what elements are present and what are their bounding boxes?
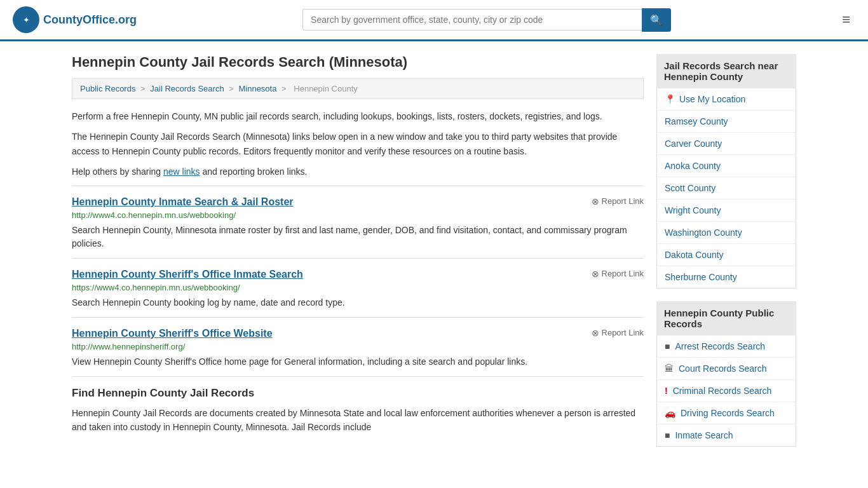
report-link-2[interactable]: ⊗ Report Link: [592, 269, 644, 279]
criminal-icon: !: [665, 386, 668, 396]
search-button[interactable]: 🔍: [642, 8, 671, 32]
public-records-section: Hennepin County Public Records ■ Arrest …: [656, 301, 796, 447]
result-url-2[interactable]: https://www4.co.hennepin.mn.us/webbookin…: [72, 283, 644, 292]
result-item-3: Hennepin County Sheriff's Office Website…: [72, 317, 644, 376]
use-location-row: 📍 Use My Location: [665, 94, 788, 104]
court-icon: 🏛: [665, 363, 674, 374]
intro-text-3: Help others by sharing new links and rep…: [72, 165, 644, 179]
public-records-list: ■ Arrest Records Search 🏛 Court Records …: [656, 336, 796, 447]
report-link-label-2: Report Link: [602, 269, 644, 278]
intro-text-1: Perform a free Hennepin County, MN publi…: [72, 109, 644, 123]
public-record-3[interactable]: ! Criminal Records Search: [657, 380, 796, 402]
search-input[interactable]: [302, 9, 642, 30]
use-location-item[interactable]: 📍 Use My Location: [657, 88, 796, 111]
criminal-records-link[interactable]: Criminal Records Search: [673, 386, 772, 396]
logo-text: CountyOffice.org: [43, 13, 137, 27]
nearby-county-6[interactable]: Washington County: [657, 222, 796, 244]
logo-area: ✦ CountyOffice.org: [13, 6, 137, 33]
nearby-county-4[interactable]: Scott County: [657, 177, 796, 200]
location-icon: 📍: [665, 94, 675, 104]
page-title: Hennepin County Jail Records Search (Min…: [72, 54, 644, 71]
svg-text:✦: ✦: [23, 15, 30, 25]
breadcrumb-sep3: >: [281, 84, 288, 93]
intro-text-2: The Hennepin County Jail Records Search …: [72, 130, 644, 158]
result-item-1: Hennepin County Inmate Search & Jail Ros…: [72, 186, 644, 258]
nearby-county-link-7[interactable]: Dakota County: [665, 250, 724, 260]
public-record-2[interactable]: 🏛 Court Records Search: [657, 358, 796, 380]
report-link-1[interactable]: ⊗ Report Link: [592, 196, 644, 207]
result-title-3[interactable]: Hennepin County Sheriff's Office Website: [72, 328, 273, 339]
nearby-header: Jail Records Search near Hennepin County: [656, 54, 796, 88]
breadcrumb-public-records[interactable]: Public Records: [80, 84, 135, 93]
breadcrumb-sep1: >: [140, 84, 147, 93]
logo-icon: ✦: [13, 6, 39, 33]
result-header-2: Hennepin County Sheriff's Office Inmate …: [72, 269, 644, 280]
public-record-1[interactable]: ■ Arrest Records Search: [657, 336, 796, 358]
inmate-icon: ■: [665, 430, 670, 440]
main-content: Hennepin County Jail Records Search (Min…: [59, 41, 809, 472]
result-desc-1: Search Hennepin County, Minnesota inmate…: [72, 224, 644, 250]
find-text: Hennepin County Jail Records are documen…: [72, 406, 644, 435]
nearby-county-8[interactable]: Sherburne County: [657, 266, 796, 288]
nearby-county-2[interactable]: Carver County: [657, 133, 796, 155]
nearby-county-7[interactable]: Dakota County: [657, 244, 796, 266]
result-url-1[interactable]: http://www4.co.hennepin.mn.us/webbooking…: [72, 210, 644, 220]
new-links[interactable]: new links: [163, 166, 200, 177]
nearby-county-link-2[interactable]: Carver County: [665, 139, 722, 149]
nearby-county-link-4[interactable]: Scott County: [665, 183, 715, 193]
breadcrumb-minnesota[interactable]: Minnesota: [238, 84, 276, 93]
result-url-3[interactable]: http://www.hennepinsheriff.org/: [72, 342, 644, 351]
search-area: 🔍: [302, 8, 671, 32]
right-sidebar: Jail Records Search near Hennepin County…: [656, 54, 796, 459]
nearby-county-5[interactable]: Wright County: [657, 200, 796, 222]
result-title-1[interactable]: Hennepin County Inmate Search & Jail Ros…: [72, 196, 294, 208]
court-records-link[interactable]: Court Records Search: [679, 363, 767, 374]
breadcrumb-hennepin: Hennepin County: [294, 84, 357, 93]
find-section: Find Hennepin County Jail Records Hennep…: [72, 376, 644, 442]
nearby-county-link-8[interactable]: Sherburne County: [665, 272, 737, 282]
breadcrumb-jail-records[interactable]: Jail Records Search: [150, 84, 224, 93]
nearby-section: Jail Records Search near Hennepin County…: [656, 54, 796, 288]
nearby-county-link-6[interactable]: Washington County: [665, 227, 742, 238]
public-record-5[interactable]: ■ Inmate Search: [657, 424, 796, 446]
menu-icon[interactable]: ≡: [837, 9, 855, 30]
find-title: Find Hennepin County Jail Records: [72, 387, 644, 400]
result-header-1: Hennepin County Inmate Search & Jail Ros…: [72, 196, 644, 208]
use-location-link[interactable]: Use My Location: [679, 94, 745, 104]
result-header-3: Hennepin County Sheriff's Office Website…: [72, 328, 644, 339]
result-desc-2: Search Hennepin County booking log by na…: [72, 296, 644, 309]
driving-records-link[interactable]: Driving Records Search: [681, 408, 775, 418]
report-link-3[interactable]: ⊗ Report Link: [592, 328, 644, 338]
header: ✦ CountyOffice.org 🔍 ≡: [0, 0, 868, 41]
breadcrumb-sep2: >: [229, 84, 236, 93]
report-icon-1: ⊗: [592, 196, 599, 207]
report-link-label-3: Report Link: [602, 328, 644, 337]
nearby-county-link-1[interactable]: Ramsey County: [665, 116, 728, 126]
report-icon-3: ⊗: [592, 328, 599, 338]
report-link-label-1: Report Link: [602, 196, 644, 206]
result-title-2[interactable]: Hennepin County Sheriff's Office Inmate …: [72, 269, 303, 280]
logo-county: CountyOffice: [43, 13, 115, 26]
arrest-icon: ■: [665, 341, 670, 351]
result-desc-3: View Hennepin County Sheriff's Office ho…: [72, 355, 644, 369]
nearby-county-link-5[interactable]: Wright County: [665, 205, 721, 215]
public-records-header: Hennepin County Public Records: [656, 301, 796, 336]
driving-icon: 🚗: [665, 408, 675, 418]
inmate-search-link[interactable]: Inmate Search: [675, 430, 733, 440]
nearby-county-link-3[interactable]: Anoka County: [665, 161, 721, 171]
arrest-records-link[interactable]: Arrest Records Search: [675, 341, 765, 351]
nearby-list: 📍 Use My Location Ramsey County Carver C…: [656, 88, 796, 288]
logo-org: .org: [115, 13, 137, 26]
nearby-county-1[interactable]: Ramsey County: [657, 111, 796, 133]
result-item-2: Hennepin County Sheriff's Office Inmate …: [72, 258, 644, 317]
breadcrumb: Public Records > Jail Records Search > M…: [72, 78, 644, 99]
report-icon-2: ⊗: [592, 269, 599, 279]
logo-svg: ✦: [17, 11, 35, 29]
left-content: Hennepin County Jail Records Search (Min…: [72, 54, 644, 459]
search-icon: 🔍: [650, 15, 663, 25]
public-record-4[interactable]: 🚗 Driving Records Search: [657, 402, 796, 424]
nearby-county-3[interactable]: Anoka County: [657, 155, 796, 177]
